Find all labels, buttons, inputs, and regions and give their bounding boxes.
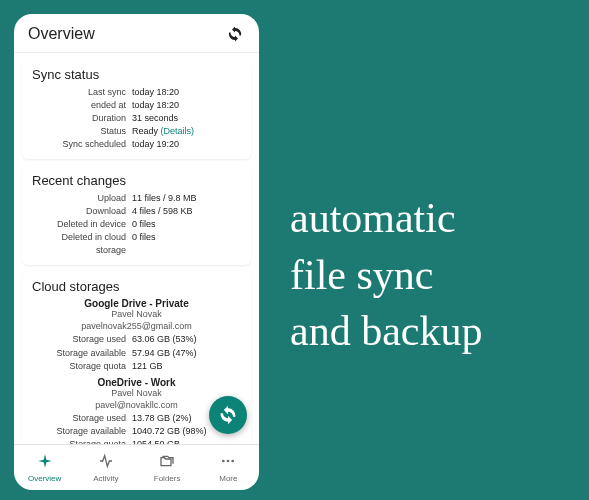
- kv-row: Storage used63.06 GB (53%): [32, 333, 241, 346]
- nav-item-more[interactable]: More: [198, 445, 259, 490]
- kv-row: Storage available1040.72 GB (98%): [32, 425, 241, 438]
- kv-value: today 18:20: [132, 86, 241, 99]
- marketing-line: and backup: [290, 303, 482, 360]
- kv-row: StatusReady (Details): [32, 125, 241, 138]
- kv-value: 11 files / 9.8 MB: [132, 192, 241, 205]
- recent-changes-title: Recent changes: [32, 173, 241, 188]
- fab-sync-button[interactable]: [209, 396, 247, 434]
- kv-row: Upload11 files / 9.8 MB: [32, 192, 241, 205]
- kv-label: Duration: [32, 112, 132, 125]
- sync-status-title: Sync status: [32, 67, 241, 82]
- kv-label: Deleted in cloud storage: [32, 231, 132, 257]
- nav-item-folders[interactable]: Folders: [137, 445, 198, 490]
- page-title: Overview: [28, 25, 95, 43]
- kv-row: Storage quota121 GB: [32, 360, 241, 373]
- more-icon: [220, 453, 236, 473]
- kv-value: 121 GB: [132, 360, 241, 373]
- kv-row: Deleted in cloud storage0 files: [32, 231, 241, 257]
- nav-label: Activity: [93, 474, 118, 483]
- kv-label: Storage available: [32, 347, 132, 360]
- activity-icon: [98, 453, 114, 473]
- nav-label: Overview: [28, 474, 61, 483]
- sync-button[interactable]: [225, 24, 245, 44]
- kv-value: 0 files: [132, 218, 241, 231]
- svg-point-2: [232, 459, 235, 462]
- kv-value: 4 files / 598 KB: [132, 205, 241, 218]
- nav-label: More: [219, 474, 237, 483]
- svg-point-1: [227, 459, 230, 462]
- nav-label: Folders: [154, 474, 181, 483]
- kv-row: Storage available57.94 GB (47%): [32, 347, 241, 360]
- content-scroll[interactable]: Sync status Last synctoday 18:20ended at…: [14, 53, 259, 444]
- bottom-nav: OverviewActivityFoldersMore: [14, 444, 259, 490]
- folders-icon: [159, 453, 175, 473]
- svg-point-0: [222, 459, 225, 462]
- phone-frame: Overview Sync status Last synctoday 18:2…: [14, 14, 259, 490]
- marketing-text: automatic file sync and backup: [290, 190, 482, 360]
- cloud-storages-title: Cloud storages: [32, 279, 241, 294]
- kv-value: today 18:20: [132, 99, 241, 112]
- account-user: Pavel Novak: [32, 388, 241, 398]
- sync-status-card: Sync status Last synctoday 18:20ended at…: [22, 59, 251, 159]
- kv-label: Storage used: [32, 333, 132, 346]
- kv-value: 0 files: [132, 231, 241, 257]
- recent-changes-card: Recent changes Upload11 files / 9.8 MBDo…: [22, 165, 251, 265]
- sync-icon: [218, 405, 238, 425]
- account-name: Google Drive - Private: [32, 298, 241, 309]
- kv-label: Sync scheduled: [32, 138, 132, 151]
- kv-label: Storage available: [32, 425, 132, 438]
- nav-item-activity[interactable]: Activity: [75, 445, 136, 490]
- kv-value: 63.06 GB (53%): [132, 333, 241, 346]
- kv-label: Status: [32, 125, 132, 138]
- kv-value: 31 seconds: [132, 112, 241, 125]
- marketing-line: automatic: [290, 190, 482, 247]
- details-link[interactable]: (Details): [161, 126, 195, 136]
- kv-value: 57.94 GB (47%): [132, 347, 241, 360]
- app-header: Overview: [14, 14, 259, 53]
- kv-value: today 19:20: [132, 138, 241, 151]
- nav-item-overview[interactable]: Overview: [14, 445, 75, 490]
- account-user: Pavel Novak: [32, 309, 241, 319]
- kv-row: Deleted in device0 files: [32, 218, 241, 231]
- kv-value: Ready (Details): [132, 125, 241, 138]
- marketing-line: file sync: [290, 247, 482, 304]
- account-email: pavelnovak255@gmail.com: [32, 321, 241, 331]
- kv-row: Duration31 seconds: [32, 112, 241, 125]
- kv-label: ended at: [32, 99, 132, 112]
- kv-label: Last sync: [32, 86, 132, 99]
- kv-row: Sync scheduledtoday 19:20: [32, 138, 241, 151]
- account-name: OneDrive - Work: [32, 377, 241, 388]
- kv-label: Download: [32, 205, 132, 218]
- kv-row: ended attoday 18:20: [32, 99, 241, 112]
- sparkle-icon: [37, 453, 53, 473]
- sync-icon: [226, 25, 244, 43]
- kv-row: Download4 files / 598 KB: [32, 205, 241, 218]
- kv-label: Storage used: [32, 412, 132, 425]
- sync-status-rows: Last synctoday 18:20ended attoday 18:20D…: [32, 86, 241, 151]
- recent-changes-rows: Upload11 files / 9.8 MBDownload4 files /…: [32, 192, 241, 257]
- kv-row: Last synctoday 18:20: [32, 86, 241, 99]
- kv-label: Storage quota: [32, 360, 132, 373]
- kv-label: Deleted in device: [32, 218, 132, 231]
- kv-label: Upload: [32, 192, 132, 205]
